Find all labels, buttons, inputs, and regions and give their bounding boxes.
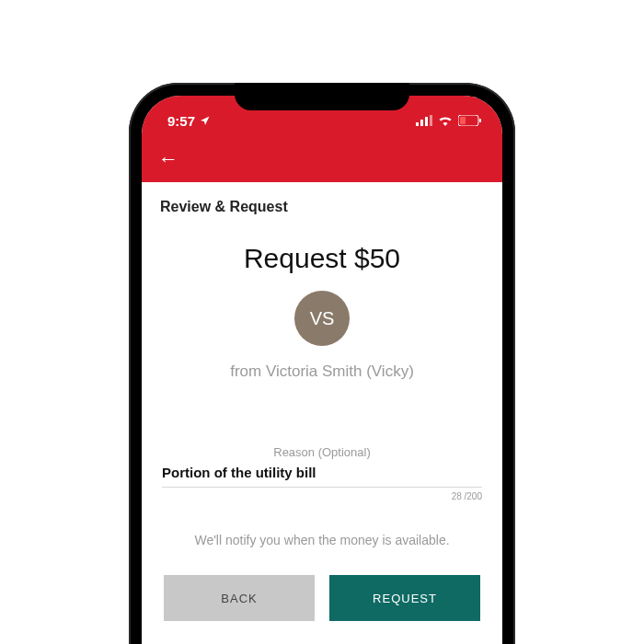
from-line: from Victoria Smith (Vicky) <box>160 362 484 381</box>
request-amount: Request $50 <box>160 243 484 274</box>
location-icon <box>200 115 211 126</box>
back-button[interactable]: BACK <box>164 575 315 621</box>
button-row: BACK REQUEST <box>160 575 484 621</box>
notch <box>235 83 409 110</box>
svg-rect-0 <box>416 122 419 126</box>
availability-note: We'll notify you when the money is avail… <box>160 533 484 547</box>
back-arrow-icon[interactable]: ← <box>158 149 178 169</box>
nav-bar: ← <box>142 136 502 182</box>
svg-rect-6 <box>479 119 481 122</box>
request-button[interactable]: REQUEST <box>329 575 480 621</box>
battery-icon <box>458 115 482 126</box>
svg-rect-1 <box>420 120 423 126</box>
reason-field[interactable] <box>162 465 482 488</box>
status-left: 9:57 <box>167 113 211 129</box>
reason-label: Reason (Optional) <box>160 445 484 459</box>
status-time: 9:57 <box>167 113 195 129</box>
page-title: Review & Request <box>160 199 484 215</box>
wifi-icon <box>438 115 453 126</box>
screen: 9:57 ← Review & Request <box>142 96 502 644</box>
signal-icon <box>416 115 432 126</box>
svg-rect-5 <box>460 117 466 124</box>
content: Review & Request Request $50 VS from Vic… <box>142 182 502 621</box>
svg-rect-3 <box>430 115 432 126</box>
svg-rect-2 <box>425 117 428 126</box>
status-right <box>416 115 482 126</box>
char-count: 28 /200 <box>160 491 484 501</box>
reason-input[interactable] <box>162 465 482 480</box>
phone-frame: 9:57 ← Review & Request <box>129 83 515 644</box>
avatar: VS <box>294 291 350 346</box>
